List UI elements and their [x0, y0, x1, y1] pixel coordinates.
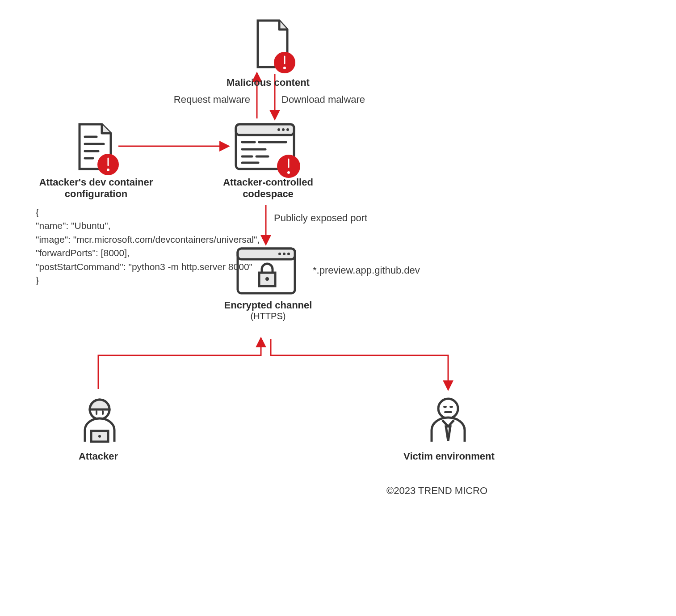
diagram-canvas: Malicious content Attacker's dev contain… — [0, 0, 676, 616]
devcontainer-json-code: { "name": "Ubuntu", "image": "mcr.micros… — [36, 206, 260, 287]
attacker-label: Attacker — [45, 451, 152, 462]
malicious-content-label: Malicious content — [210, 77, 326, 89]
dev-container-file-icon — [71, 122, 125, 180]
encrypted-channel-label: Encrypted channel (HTTPS) — [206, 300, 331, 321]
svg-point-6 — [283, 67, 286, 69]
codespace-window-icon — [232, 121, 304, 183]
svg-rect-15 — [236, 124, 294, 135]
svg-point-30 — [278, 253, 281, 255]
victim-label: Victim environment — [389, 451, 509, 462]
attacker-icon — [75, 393, 124, 451]
download-malware-label: Download malware — [281, 94, 365, 105]
exposed-port-label: Publicly exposed port — [274, 212, 367, 224]
victim-icon — [424, 393, 473, 451]
malicious-file-icon — [244, 18, 298, 76]
svg-point-31 — [283, 253, 286, 255]
copyright: ©2023 TREND MICRO — [386, 485, 487, 497]
codespace-label: Attacker-controlled codespace — [206, 177, 331, 200]
svg-point-32 — [287, 253, 290, 255]
svg-point-40 — [438, 399, 458, 418]
request-malware-label: Request malware — [170, 94, 250, 105]
svg-point-17 — [282, 128, 285, 131]
svg-point-27 — [287, 171, 290, 174]
svg-point-13 — [107, 169, 109, 171]
svg-point-34 — [265, 277, 269, 281]
connectors — [0, 0, 676, 616]
svg-point-16 — [277, 128, 280, 131]
dev-container-label: Attacker's dev container configuration — [27, 177, 165, 200]
svg-point-39 — [98, 435, 101, 438]
preview-domain-label: *.preview.app.github.dev — [313, 265, 420, 276]
svg-point-18 — [286, 128, 289, 131]
